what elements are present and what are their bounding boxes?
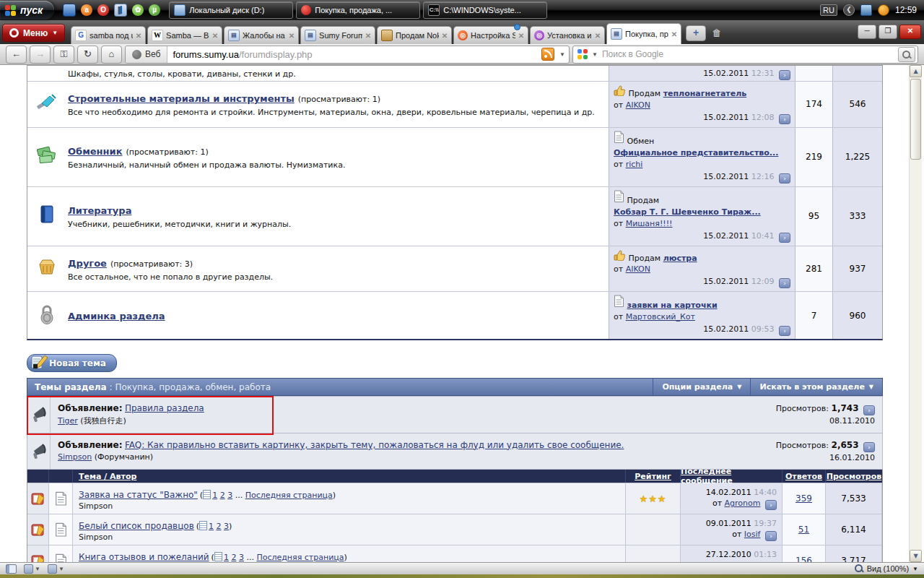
closed-tabs-trash-icon[interactable]: 🗑 bbox=[710, 26, 724, 40]
header-topic-author[interactable]: Тема / Автор bbox=[79, 472, 136, 481]
turbo-button[interactable]: ▼ bbox=[48, 564, 64, 574]
page-link[interactable]: 2 bbox=[231, 553, 236, 562]
lastpost-author[interactable]: Мишаня!!!! bbox=[626, 219, 673, 228]
goto-lastpost-icon[interactable]: › bbox=[779, 114, 790, 124]
scroll-up-arrow[interactable]: ▲ bbox=[910, 65, 922, 77]
page-link[interactable]: 1 bbox=[212, 491, 217, 500]
topic-link[interactable]: Белый список продавцов bbox=[79, 521, 194, 531]
page-link[interactable]: 1 bbox=[209, 522, 214, 531]
player-icon[interactable]: ▐▎ bbox=[114, 4, 127, 17]
address-dropdown-icon[interactable]: ▼ bbox=[559, 51, 565, 58]
tray-chevron-icon[interactable]: ❮ bbox=[843, 4, 855, 16]
topic-replies-count[interactable]: 156 bbox=[796, 556, 812, 562]
lastpost-author[interactable]: AIKON bbox=[626, 100, 650, 110]
tab-close-icon[interactable]: ✕ bbox=[365, 32, 371, 40]
goto-lastpost-icon[interactable]: › bbox=[779, 233, 790, 243]
goto-lastpost-icon[interactable]: › bbox=[765, 531, 777, 541]
reload-button[interactable]: ↻ bbox=[77, 46, 98, 64]
taskbar-window-button[interactable]: Покупка, продажа, ... bbox=[296, 1, 420, 19]
category-link[interactable]: Админка раздела bbox=[68, 311, 165, 322]
taskbar-window-button[interactable]: C:\\C:\WINDOWS\syste... bbox=[423, 1, 547, 19]
tab-item[interactable]: G samba под ub... ✕ bbox=[71, 26, 146, 44]
search-field[interactable]: ▼ Поиск в Google bbox=[572, 46, 918, 64]
home-button[interactable]: ⌂ bbox=[101, 46, 122, 64]
category-link[interactable]: Литература bbox=[68, 205, 131, 216]
page-link[interactable]: 3 bbox=[227, 491, 232, 500]
forward-button[interactable]: → bbox=[30, 46, 51, 64]
category-link[interactable]: Обменник bbox=[68, 146, 122, 157]
opera-menu-button[interactable]: Меню ▼ bbox=[2, 24, 65, 42]
address-field[interactable]: Веб forums.sumy.ua/forumdisplay.php ▼ bbox=[125, 46, 570, 64]
tab-close-icon[interactable]: ✕ bbox=[518, 32, 524, 40]
taskbar-window-button[interactable]: Локальный диск (D:) bbox=[169, 1, 293, 19]
back-button[interactable]: ← bbox=[6, 46, 27, 64]
goto-announcement-icon[interactable]: › bbox=[863, 442, 875, 452]
lastpost-author[interactable]: AIKON bbox=[626, 264, 650, 274]
rss-icon[interactable] bbox=[541, 48, 554, 61]
lastpost-link[interactable]: Официальное представительство... bbox=[614, 148, 778, 158]
scrollbar-thumb[interactable] bbox=[910, 79, 921, 160]
goto-announcement-icon[interactable]: › bbox=[863, 405, 875, 415]
page-link[interactable]: 2 bbox=[220, 491, 225, 500]
header-views[interactable]: Просмотров bbox=[827, 472, 881, 481]
goto-lastpost-icon[interactable]: › bbox=[779, 173, 790, 184]
lastpost-link[interactable]: заявки на карточки bbox=[627, 301, 718, 310]
lastpost-link[interactable]: теплонагнетатель bbox=[663, 89, 747, 98]
topic-replies-count[interactable]: 359 bbox=[796, 493, 812, 504]
tab-close-icon[interactable]: ✕ bbox=[136, 32, 141, 40]
page-link[interactable]: 2 bbox=[217, 522, 222, 531]
restore-button[interactable]: ❐ bbox=[879, 25, 897, 39]
page-link[interactable]: 3 bbox=[224, 522, 229, 531]
announcement-link[interactable]: Правила раздела bbox=[125, 403, 204, 413]
icq-icon[interactable]: ✿ bbox=[132, 4, 144, 16]
opera-icon[interactable]: O bbox=[97, 4, 109, 16]
goto-lastpost-icon[interactable]: › bbox=[779, 278, 790, 288]
new-tab-button[interactable]: + bbox=[686, 25, 706, 41]
start-button[interactable]: пуск bbox=[0, 1, 54, 20]
last-page-link[interactable]: Последняя страница bbox=[256, 553, 344, 562]
page-link[interactable]: 1 bbox=[224, 553, 229, 562]
goto-lastpost-icon[interactable]: › bbox=[779, 326, 790, 336]
section-options-button[interactable]: Опции раздела ▼ bbox=[653, 379, 750, 395]
search-go-button[interactable] bbox=[898, 47, 915, 62]
tab-item[interactable]: W Samba — Вик... ✕ bbox=[147, 26, 222, 44]
close-button[interactable]: ✕ bbox=[899, 25, 921, 39]
tab-close-icon[interactable]: ✕ bbox=[595, 32, 601, 40]
tab-item[interactable]: Продам Nokia... ✕ bbox=[377, 26, 452, 44]
category-link[interactable]: Другое bbox=[68, 258, 107, 269]
web-badge[interactable]: Веб bbox=[126, 46, 167, 63]
lastpost-author[interactable]: Iosif bbox=[744, 530, 761, 539]
tab-item[interactable]: ◎ Установка и ... ✕ bbox=[530, 26, 605, 44]
scroll-down-arrow[interactable]: ▼ bbox=[910, 550, 922, 562]
topic-link[interactable]: Книга отзывов и пожеланий bbox=[79, 552, 209, 562]
network-icon[interactable] bbox=[860, 4, 872, 16]
utorrent-tray-icon[interactable] bbox=[878, 4, 889, 16]
tab-item[interactable]: ◎ Настройка S... ✕ bbox=[453, 26, 528, 44]
announcement-link[interactable]: FAQ: Как правильно вставить картинку, за… bbox=[125, 440, 624, 450]
lastpost-author[interactable]: Мартовский_Кот bbox=[626, 312, 695, 322]
header-replies[interactable]: Ответов bbox=[785, 472, 822, 481]
language-indicator[interactable]: RU bbox=[820, 4, 837, 16]
last-page-link[interactable]: Последняя страница bbox=[245, 491, 333, 500]
wand-button[interactable]: ⚿ bbox=[53, 46, 74, 64]
lastpost-author[interactable]: Agronom bbox=[725, 499, 761, 508]
avast-icon[interactable]: a bbox=[81, 4, 92, 16]
section-search-button[interactable]: Искать в этом разделе ▼ bbox=[750, 379, 882, 395]
announcement-author[interactable]: Simpson bbox=[58, 452, 92, 462]
goto-lastpost-icon[interactable]: › bbox=[765, 500, 777, 510]
minimize-button[interactable]: ─ bbox=[858, 25, 876, 39]
search-engine-dropdown-icon[interactable]: ▼ bbox=[592, 51, 598, 58]
tab-active[interactable]: ▤ Покупка, пр... ✕ bbox=[606, 23, 681, 44]
lastpost-link[interactable]: люстра bbox=[663, 254, 697, 263]
category-link[interactable]: Строительные материалы и инструменты bbox=[68, 93, 295, 104]
topic-link[interactable]: Заявка на статус "Важно" bbox=[79, 490, 198, 500]
lastpost-link[interactable]: Кобзар Т. Г. Шевченко Тираж... bbox=[614, 207, 761, 217]
sync-button[interactable]: ▼ bbox=[24, 564, 40, 574]
header-rating[interactable]: Рейтинг bbox=[635, 472, 671, 481]
panels-toggle-icon[interactable] bbox=[6, 564, 17, 574]
page-scrollbar[interactable]: ▲ ▼ bbox=[909, 65, 922, 562]
zoom-button[interactable]: Вид (100%) ▼ bbox=[855, 564, 918, 573]
goto-lastpost-icon[interactable]: › bbox=[779, 70, 790, 80]
utorrent-icon[interactable]: µ bbox=[149, 4, 160, 16]
tab-close-icon[interactable]: ✕ bbox=[442, 32, 448, 40]
